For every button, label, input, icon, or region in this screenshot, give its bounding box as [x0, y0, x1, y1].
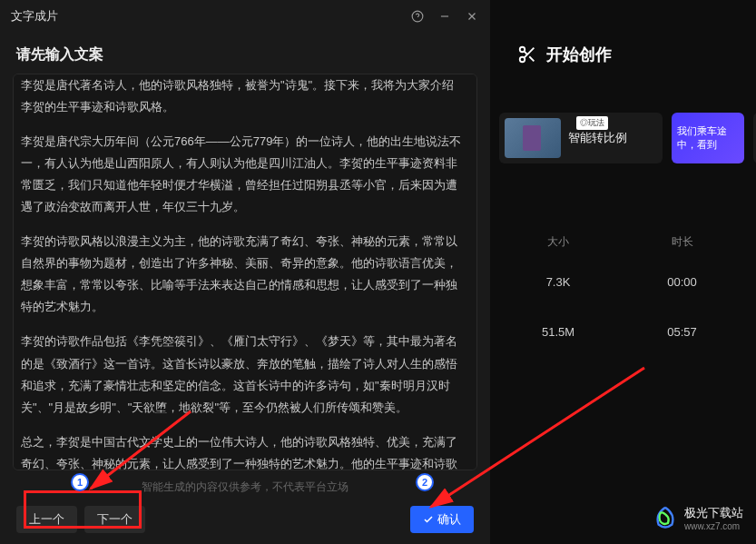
- watermark-logo-icon: [652, 504, 679, 531]
- svg-point-0: [520, 47, 525, 53]
- cell-size: 51.5M: [499, 325, 617, 339]
- watermark-name: 极光下载站: [684, 505, 743, 521]
- watermark-url: www.xz7.com: [684, 521, 743, 531]
- annotation-badge-1: 1: [71, 473, 89, 491]
- help-icon[interactable]: [410, 9, 425, 24]
- confirm-label: 确认: [437, 511, 461, 528]
- confirm-button[interactable]: 确认: [410, 506, 474, 533]
- paragraph: 总之，李贺是中国古代文学史上的一位伟大诗人，他的诗歌风格独特、优美，充满了奇幻、…: [21, 431, 462, 470]
- svg-line-4: [524, 51, 527, 54]
- paragraph: 李贺是唐代著名诗人，他的诗歌风格独特，被誉为"诗鬼"。接下来，我将为大家介绍李贺…: [21, 74, 462, 118]
- annotation-badge-2: 2: [416, 473, 434, 491]
- right-panel: 开始创作 智能转比例 ◎玩法 我们乘车途中，看到 文 大小 时长 7.3K 00…: [490, 0, 756, 544]
- svg-line-3: [529, 56, 534, 61]
- table-row[interactable]: 7.3K 00:00: [499, 257, 747, 307]
- dialog-header: 文字成片: [0, 0, 490, 33]
- card-badge: ◎玩法: [576, 116, 608, 130]
- next-button[interactable]: 下一个: [84, 506, 145, 533]
- card-preview[interactable]: 我们乘车途中，看到: [672, 113, 744, 163]
- feature-cards: 智能转比例 ◎玩法 我们乘车途中，看到 文: [499, 113, 756, 163]
- paragraph: 李贺是唐代宗大历年间（公元766年——公元779年）的一位诗人，他的出生地说法不…: [21, 131, 462, 218]
- card-preview-text: 我们乘车途中，看到: [677, 124, 739, 153]
- table-header: 大小 时长: [499, 227, 747, 257]
- paragraph: 李贺的诗歌风格以浪漫主义为主，他的诗歌充满了奇幻、夸张、神秘的元素，常常以自然界…: [21, 231, 462, 318]
- prompt-title: 请先输入文案: [0, 33, 490, 74]
- start-create-label: 开始创作: [546, 44, 612, 65]
- card-thumbnail: [505, 118, 561, 158]
- col-header-size: 大小: [499, 234, 617, 250]
- content-textarea[interactable]: 李贺是唐代著名诗人，他的诗歌风格独特，被誉为"诗鬼"。接下来，我将为大家介绍李贺…: [13, 74, 477, 470]
- minimize-icon[interactable]: [437, 9, 452, 24]
- prev-button[interactable]: 上一个: [16, 506, 77, 533]
- cell-duration: 00:00: [617, 275, 747, 289]
- card-smart-ratio[interactable]: 智能转比例 ◎玩法: [499, 113, 663, 163]
- table-row[interactable]: 51.5M 05:57: [499, 307, 747, 357]
- text-to-video-dialog: 文字成片 请先输入文案 李贺是唐代著名诗人，他的诗歌风格独特，被誉为"诗鬼"。接…: [0, 0, 490, 544]
- start-create-header: 开始创作: [517, 44, 612, 65]
- card-label: 智能转比例: [568, 130, 627, 146]
- cell-size: 7.3K: [499, 275, 617, 289]
- dialog-title: 文字成片: [11, 8, 410, 25]
- dialog-footer: 上一个 下一个 确认: [0, 500, 490, 544]
- file-table: 大小 时长 7.3K 00:00 51.5M 05:57: [499, 227, 747, 357]
- check-icon: [423, 514, 434, 525]
- svg-point-1: [520, 57, 525, 63]
- scissors-icon: [517, 45, 537, 64]
- col-header-duration: 时长: [617, 234, 747, 250]
- cell-duration: 05:57: [617, 325, 747, 339]
- paragraph: 李贺的诗歌作品包括《李凭箜篌引》、《雁门太守行》、《梦天》等，其中最为著名的是《…: [21, 331, 462, 418]
- close-icon[interactable]: [465, 9, 479, 24]
- watermark: 极光下载站 www.xz7.com: [652, 504, 743, 531]
